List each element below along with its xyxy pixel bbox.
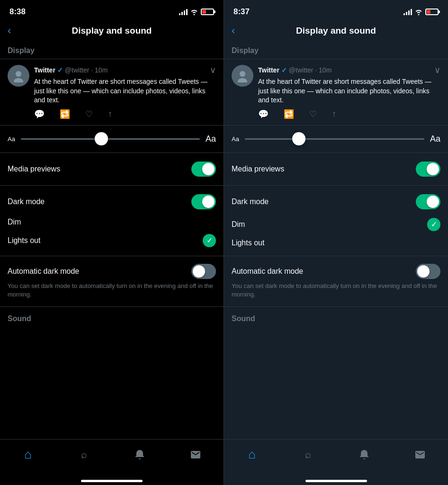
media-previews-row-left: Media previews	[0, 153, 224, 186]
font-slider-left[interactable]: Aa Aa	[0, 126, 224, 153]
dim-row-left[interactable]: Dim	[8, 214, 216, 230]
bottom-nav-right: ⌂ ⌕	[224, 439, 448, 478]
share-icon-right[interactable]: ↑	[332, 109, 336, 119]
svg-point-2	[240, 71, 245, 77]
media-previews-toggle-left[interactable]	[191, 162, 216, 177]
nav-mail-right[interactable]	[392, 446, 448, 463]
reply-icon-right[interactable]: 💬	[258, 109, 269, 119]
home-indicator-left	[81, 480, 143, 482]
dim-label-left: Dim	[8, 218, 21, 226]
svg-point-3	[238, 78, 247, 82]
slider-track-left[interactable]	[21, 138, 200, 140]
avatar-right	[232, 65, 253, 87]
slider-small-label-right: Aa	[232, 135, 239, 143]
battery-icon-left	[201, 9, 214, 15]
mail-icon-right	[414, 449, 426, 460]
tweet-handle-right: @twitter · 10m	[289, 66, 332, 74]
media-previews-label-left: Media previews	[8, 165, 60, 173]
auto-dark-row-right: Automatic dark mode You can set dark mod…	[224, 256, 448, 307]
wifi-icon-left	[190, 9, 198, 15]
dark-mode-label-left: Dark mode	[8, 198, 45, 206]
slider-thumb-right[interactable]	[292, 132, 305, 145]
tweet-text-right: At the heart of Twitter are short messag…	[258, 77, 440, 105]
status-time-left: 8:38	[9, 7, 26, 17]
nav-bell-left[interactable]	[112, 446, 168, 463]
home-icon-left: ⌂	[24, 447, 32, 462]
auto-dark-toggle-right[interactable]	[416, 264, 440, 279]
tweet-actions-right: 💬 🔁 ♡ ↑	[258, 109, 440, 119]
like-icon-right[interactable]: ♡	[309, 109, 317, 119]
status-bar-right: 8:37	[224, 0, 448, 21]
tweet-card-right: Twitter ✓ @twitter · 10m ∨ At the heart …	[224, 59, 448, 126]
status-icons-right	[403, 9, 439, 15]
dim-check-right: ✓	[427, 218, 440, 231]
auto-dark-desc-left: You can set dark mode to automatically t…	[8, 282, 216, 299]
sound-section-header-left: Sound	[0, 307, 224, 327]
bell-icon-left	[134, 449, 145, 460]
retweet-icon-left[interactable]: 🔁	[60, 109, 70, 119]
display-section-header-right: Display	[224, 41, 448, 59]
back-button-left[interactable]: ‹	[8, 25, 11, 37]
search-icon-left: ⌕	[81, 449, 87, 461]
page-title-right: Display and sound	[296, 26, 376, 36]
nav-bell-right[interactable]	[336, 446, 392, 463]
like-icon-left[interactable]: ♡	[85, 109, 93, 119]
toggle-knob-right	[427, 163, 439, 175]
auto-dark-toggle-left[interactable]	[191, 264, 216, 279]
auto-dark-row-left: Automatic dark mode You can set dark mod…	[0, 256, 224, 307]
dark-mode-toggle-right[interactable]	[416, 194, 440, 209]
wifi-icon-right	[415, 9, 422, 15]
lights-out-row-right[interactable]: Lights out	[232, 235, 440, 251]
tweet-more-right[interactable]: ∨	[434, 65, 440, 75]
nav-search-right[interactable]: ⌕	[280, 446, 336, 464]
signal-icon-left	[179, 9, 188, 15]
nav-search-left[interactable]: ⌕	[56, 446, 112, 464]
search-icon-right: ⌕	[305, 449, 311, 461]
verified-badge-left: ✓	[57, 66, 63, 74]
sound-section-header-right: Sound	[224, 307, 448, 327]
auto-dark-label-right: Automatic dark mode	[232, 267, 303, 276]
dark-mode-main-row-left: Dark mode	[0, 186, 224, 214]
slider-thumb-left[interactable]	[95, 132, 108, 145]
tweet-author-left: Twitter ✓ @twitter · 10m	[34, 66, 108, 74]
font-slider-right[interactable]: Aa Aa	[224, 126, 448, 153]
slider-large-label-right: Aa	[430, 134, 440, 144]
back-button-right[interactable]: ‹	[232, 25, 235, 37]
lights-out-label-left: Lights out	[8, 236, 40, 245]
tweet-text-left: At the heart of Twitter are short messag…	[34, 77, 216, 105]
battery-icon-right	[425, 9, 439, 15]
slider-small-label-left: Aa	[8, 135, 15, 143]
tweet-actions-left: 💬 🔁 ♡ ↑	[34, 109, 216, 119]
auto-dark-label-left: Automatic dark mode	[8, 267, 79, 276]
tweet-card-left: Twitter ✓ @twitter · 10m ∨ At the heart …	[0, 59, 224, 126]
lights-out-label-right: Lights out	[232, 239, 264, 247]
svg-point-1	[14, 78, 23, 82]
avatar-left	[8, 65, 29, 87]
status-bar-left: 8:38	[0, 0, 224, 21]
share-icon-left[interactable]: ↑	[108, 109, 112, 119]
status-time-right: 8:37	[233, 7, 250, 17]
tweet-more-left[interactable]: ∨	[210, 65, 216, 75]
nav-header-right: ‹ Display and sound	[224, 21, 448, 41]
nav-home-right[interactable]: ⌂	[224, 444, 280, 465]
status-icons-left	[179, 9, 214, 15]
slider-track-right[interactable]	[245, 138, 424, 140]
nav-mail-left[interactable]	[168, 446, 224, 463]
dark-mode-section-right: Dark mode Dim ✓ Lights out	[224, 186, 448, 256]
display-section-header-left: Display	[0, 41, 224, 59]
dark-mode-label-right: Dark mode	[232, 198, 269, 206]
nav-home-left[interactable]: ⌂	[0, 444, 56, 465]
retweet-icon-right[interactable]: 🔁	[284, 109, 294, 119]
page-title-left: Display and sound	[72, 26, 152, 36]
dim-row-right[interactable]: Dim ✓	[232, 214, 440, 235]
media-previews-toggle-right[interactable]	[416, 162, 440, 177]
dark-mode-toggle-left[interactable]	[191, 194, 216, 209]
slider-large-label-left: Aa	[206, 134, 216, 144]
lights-out-row-left[interactable]: Lights out ✓	[8, 230, 216, 251]
reply-icon-left[interactable]: 💬	[34, 109, 45, 119]
media-previews-row-right: Media previews	[224, 153, 448, 186]
home-indicator-right	[305, 480, 367, 482]
bell-icon-right	[358, 449, 370, 460]
mail-icon-left	[190, 449, 201, 460]
toggle-knob-left	[202, 163, 215, 175]
